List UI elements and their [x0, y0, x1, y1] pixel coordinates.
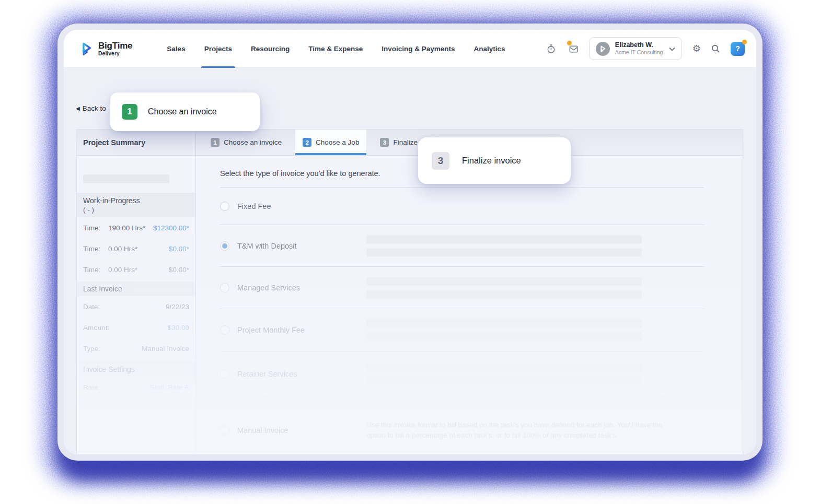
time-hours: 0.00 Hrs* [108, 266, 137, 274]
date-value: 9/22/23 [166, 303, 189, 311]
back-link[interactable]: ◀ Back to [76, 104, 106, 112]
option-tm-with-deposit[interactable]: T&M with Deposit [220, 225, 704, 266]
brand-sub: Delivery [98, 50, 132, 56]
user-company: Acme IT Consulting [615, 49, 663, 56]
inbox-icon[interactable] [569, 44, 579, 54]
option-label: Fixed Fee [237, 202, 271, 210]
nav-invoicing-payments[interactable]: Invoicing & Payments [382, 30, 455, 68]
tour-tooltip-step3[interactable]: 3 Finalize invoice [418, 137, 571, 184]
amount-label: Amount: [83, 324, 109, 332]
chevron-down-icon [669, 44, 675, 53]
user-name: Elizabeth W. [615, 41, 663, 49]
gear-icon[interactable]: ⚙ [692, 44, 701, 53]
avatar [596, 42, 610, 56]
invoice-settings-title: Invoice Settings [83, 365, 135, 373]
time-amount[interactable]: $12300.00* [153, 224, 189, 232]
nav-projects[interactable]: Projects [204, 30, 232, 68]
wip-subtitle: ( - ) [83, 206, 189, 214]
wizard-tabs: 1 Choose an invoice 2 Choose a Job 3 Fin… [203, 130, 449, 155]
last-invoice-date-row: Date: 9/22/23 [77, 296, 195, 317]
invoice-wizard-panel: Project Summary 1 Choose an invoice 2 Ch… [76, 129, 743, 454]
option-managed-services[interactable]: Managed Services [220, 267, 704, 309]
option-description: Use this invoice format to bill based on… [366, 420, 680, 441]
last-invoice-title: Last Invoice [83, 285, 122, 293]
radio-project-monthly-fee[interactable] [220, 325, 229, 335]
timer-icon[interactable] [546, 44, 556, 54]
type-label: Type: [83, 345, 100, 353]
help-glyph: ? [735, 44, 740, 53]
wizard-body: Work-in-Progress ( - ) Time: 190.00 Hrs*… [77, 156, 743, 454]
last-invoice-amount-row: Amount: $30.00 [77, 317, 195, 338]
project-summary-title: Project Summary [83, 138, 145, 147]
time-hours: 190.00 Hrs* [108, 224, 145, 232]
option-retainer-services[interactable]: Retainer Services [220, 351, 704, 396]
last-invoice-type-row: Type: Manual Invoice [77, 338, 195, 359]
tab1-number-badge: 1 [211, 138, 220, 147]
wip-title: Work-in-Progress [83, 196, 189, 205]
option-label: Managed Services [237, 284, 300, 292]
top-nav-bar: BigTime Delivery Sales Projects Resourci… [64, 30, 756, 68]
wip-section-header: Work-in-Progress ( - ) [77, 193, 195, 217]
back-arrow-icon: ◀ [76, 106, 80, 111]
app-window: BigTime Delivery Sales Projects Resourci… [64, 30, 756, 454]
step3-number-badge: 3 [432, 152, 449, 170]
tab2-number-badge: 2 [303, 138, 311, 147]
time-label: Time: [83, 266, 105, 274]
wip-time-row: Time: 0.00 Hrs* $0.00* [77, 259, 195, 280]
option-description-skeleton [366, 320, 642, 341]
invoice-settings-section-header: Invoice Settings [77, 362, 195, 377]
time-amount[interactable]: $0.00* [169, 245, 189, 253]
brand-logo[interactable]: BigTime Delivery [79, 41, 132, 56]
stage: BigTime Delivery Sales Projects Resourci… [0, 0, 820, 504]
wip-time-row: Time: 0.00 Hrs* $0.00* [77, 238, 195, 259]
search-icon[interactable] [711, 44, 720, 53]
time-amount: $0.00* [169, 266, 189, 274]
project-summary-header: Project Summary [77, 130, 196, 155]
help-notification-dot [742, 40, 747, 44]
back-link-label: Back to [83, 104, 106, 112]
time-label: Time: [83, 245, 105, 253]
nav-time-expense[interactable]: Time & Expense [308, 30, 363, 68]
brand-name: BigTime [98, 41, 132, 50]
nav-resourcing[interactable]: Resourcing [251, 30, 290, 68]
radio-managed-services[interactable] [220, 283, 229, 292]
step1-number-badge: 1 [122, 104, 137, 120]
header-actions: Elizabeth W. Acme IT Consulting ⚙ [546, 37, 745, 60]
date-label: Date: [83, 303, 100, 311]
rate-value[interactable]: Staff, Rate A [149, 383, 189, 391]
radio-fixed-fee[interactable] [220, 202, 229, 211]
user-menu[interactable]: Elizabeth W. Acme IT Consulting [589, 37, 682, 60]
option-project-monthly-fee[interactable]: Project Monthly Fee [220, 309, 704, 351]
rate-row: Rate: Staff, Rate A [77, 377, 195, 397]
option-fixed-fee[interactable]: Fixed Fee [220, 188, 704, 225]
time-hours: 0.00 Hrs* [108, 245, 137, 253]
time-label: Time: [83, 224, 105, 232]
radio-manual-invoice[interactable] [220, 426, 229, 435]
tab1-label: Choose an invoice [224, 138, 282, 146]
tab-choose-an-invoice[interactable]: 1 Choose an invoice [203, 130, 289, 155]
tab3-number-badge: 3 [380, 138, 389, 147]
invoice-type-selector: Select the type of invoice you'd like to… [196, 156, 743, 454]
step1-label: Choose an invoice [148, 107, 217, 116]
radio-retainer-services[interactable] [220, 369, 229, 379]
radio-tm-with-deposit[interactable] [220, 241, 229, 251]
option-manual-invoice[interactable]: Manual Invoice Use this invoice format t… [220, 396, 704, 454]
option-description-skeleton [366, 363, 642, 384]
nav-sales[interactable]: Sales [167, 30, 185, 68]
step3-label: Finalize invoice [462, 156, 521, 166]
main-nav: Sales Projects Resourcing Time & Expense… [167, 30, 505, 68]
option-label: T&M with Deposit [237, 242, 297, 250]
tab2-label: Choose a Job [316, 138, 359, 146]
sidebar-skeleton-bar [83, 174, 169, 183]
option-label: Retainer Services [237, 370, 297, 378]
last-invoice-section-header: Last Invoice [77, 282, 195, 296]
amount-value[interactable]: $30.00 [168, 324, 189, 332]
tab-choose-a-job[interactable]: 2 Choose a Job [295, 130, 366, 155]
type-value: Manual Invoice [142, 345, 189, 353]
page-content: ◀ Back to Project Summary 1 Choose an in… [64, 68, 756, 454]
help-button[interactable]: ? [731, 42, 745, 56]
tour-tooltip-step1[interactable]: 1 Choose an invoice [110, 92, 260, 131]
inbox-notification-dot [567, 41, 572, 45]
nav-analytics[interactable]: Analytics [474, 30, 505, 68]
option-label: Manual Invoice [237, 426, 288, 435]
